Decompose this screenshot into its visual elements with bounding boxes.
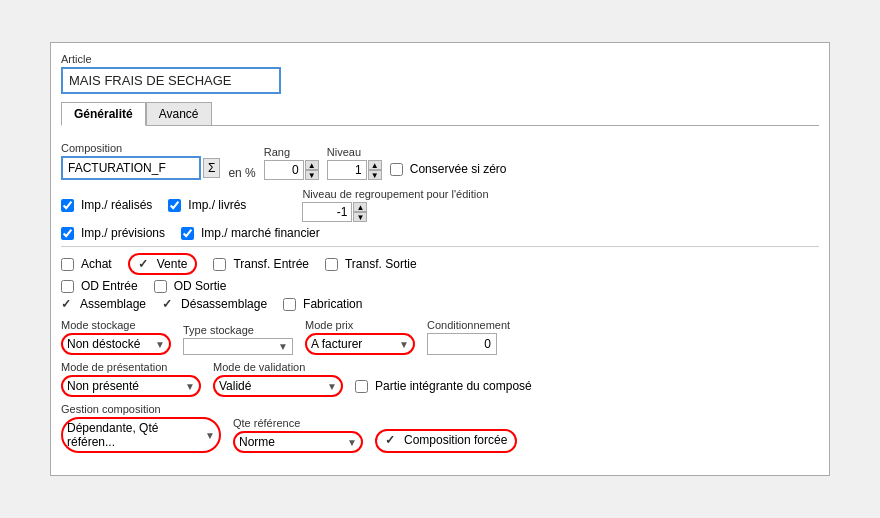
rang-up[interactable]: ▲ xyxy=(305,160,319,170)
composition-label: Composition xyxy=(61,142,220,154)
conservee-group: Conservée si zéro xyxy=(390,162,507,180)
vente-label: Vente xyxy=(157,257,188,271)
composition-forcee-highlight: ✓ Composition forcée xyxy=(375,429,517,453)
conservee-checkbox[interactable] xyxy=(390,163,403,176)
imp-realises-label: Imp./ réalisés xyxy=(81,198,152,212)
mode-validation-label: Mode de validation xyxy=(213,361,343,373)
imp-previsions-label: Imp./ prévisions xyxy=(81,226,165,240)
partie-integrante-group: Partie intégrante du composé xyxy=(355,379,532,397)
content-area: Composition Σ en % Rang ▲ ▼ Niveau xyxy=(61,136,819,465)
imp-realises-group: Imp./ réalisés xyxy=(61,198,152,212)
conservee-label: Conservée si zéro xyxy=(410,162,507,176)
rang-input[interactable] xyxy=(264,160,304,180)
mode-presentation-dropdown[interactable]: Non présenté ▼ xyxy=(61,375,201,397)
gestion-composition-arrow: ▼ xyxy=(205,430,215,441)
partie-integrante-checkbox[interactable] xyxy=(355,380,368,393)
fabrication-checkbox[interactable] xyxy=(283,298,296,311)
transf-sortie-checkbox[interactable] xyxy=(325,258,338,271)
mode-prix-wrap: Mode prix A facturer ▼ xyxy=(305,319,415,355)
mode-validation-wrap: Mode de validation Validé ▼ xyxy=(213,361,343,397)
niveau-down[interactable]: ▼ xyxy=(368,170,382,180)
type-stockage-dropdown[interactable]: ▼ xyxy=(183,338,293,355)
composition-forcee-label: Composition forcée xyxy=(404,433,507,447)
od-entree-group: OD Entrée xyxy=(61,279,138,293)
composition-input[interactable] xyxy=(61,156,201,180)
conditionnement-label: Conditionnement xyxy=(427,319,510,331)
od-sortie-group: OD Sortie xyxy=(154,279,227,293)
conditionnement-input[interactable] xyxy=(427,333,497,355)
niveau-input[interactable] xyxy=(327,160,367,180)
niveau-regroupement-down[interactable]: ▼ xyxy=(353,212,367,222)
assemblage-group: ✓ Assemblage xyxy=(61,297,146,311)
mode-stockage-value: Non déstocké xyxy=(67,337,140,351)
imp-previsions-group: Imp./ prévisions xyxy=(61,226,165,240)
mode-stockage-arrow: ▼ xyxy=(155,339,165,350)
tab-avance[interactable]: Avancé xyxy=(146,102,212,125)
od-sortie-checkbox[interactable] xyxy=(154,280,167,293)
mode-prix-arrow: ▼ xyxy=(399,339,409,350)
mode-prix-dropdown[interactable]: A facturer ▼ xyxy=(305,333,415,355)
niveau-regroupement-label: Niveau de regroupement pour l'édition xyxy=(302,188,488,200)
mode-stockage-wrap: Mode stockage Non déstocké ▼ xyxy=(61,319,171,355)
imp-livres-group: Imp./ livrés xyxy=(168,198,246,212)
fabrication-group: Fabrication xyxy=(283,297,362,311)
rang-down[interactable]: ▼ xyxy=(305,170,319,180)
qte-reference-label: Qte référence xyxy=(233,417,363,429)
achat-group: Achat xyxy=(61,257,112,271)
niveau-regroupement-input[interactable] xyxy=(302,202,352,222)
achat-checkbox[interactable] xyxy=(61,258,74,271)
article-section: Article xyxy=(61,53,819,94)
mode-validation-dropdown[interactable]: Validé ▼ xyxy=(213,375,343,397)
type-stockage-wrap: Type stockage ▼ xyxy=(183,324,293,355)
mode-stockage-dropdown[interactable]: Non déstocké ▼ xyxy=(61,333,171,355)
en-pct-label: en % xyxy=(228,166,255,180)
vente-highlight: ✓ Vente xyxy=(128,253,198,275)
niveau-group: Niveau ▲ ▼ xyxy=(327,146,382,180)
mode-presentation-value: Non présenté xyxy=(67,379,139,393)
qte-reference-dropdown[interactable]: Norme ▼ xyxy=(233,431,363,453)
sigma-button[interactable]: Σ xyxy=(203,158,220,178)
mode-presentation-arrow: ▼ xyxy=(185,381,195,392)
od-entree-label: OD Entrée xyxy=(81,279,138,293)
mode-validation-value: Validé xyxy=(219,379,251,393)
niveau-regroupement-spinners: ▲ ▼ xyxy=(353,202,367,222)
divider1 xyxy=(61,246,819,247)
imp-marche-label: Imp./ marché financier xyxy=(201,226,320,240)
article-label: Article xyxy=(61,53,819,65)
transf-entree-label: Transf. Entrée xyxy=(233,257,309,271)
qte-reference-wrap: Qte référence Norme ▼ xyxy=(233,417,363,453)
niveau-up[interactable]: ▲ xyxy=(368,160,382,170)
imp-marche-checkbox[interactable] xyxy=(181,227,194,240)
imp-livres-label: Imp./ livrés xyxy=(188,198,246,212)
od-entree-checkbox[interactable] xyxy=(61,280,74,293)
mode-prix-value: A facturer xyxy=(311,337,362,351)
desassemblage-label: Désassemblage xyxy=(181,297,267,311)
gestion-composition-dropdown[interactable]: Dépendante, Qté référen... ▼ xyxy=(61,417,221,453)
desassemblage-group: ✓ Désassemblage xyxy=(162,297,267,311)
transf-sortie-label: Transf. Sortie xyxy=(345,257,417,271)
mode-presentation-label: Mode de présentation xyxy=(61,361,201,373)
rang-label: Rang xyxy=(264,146,319,158)
article-input[interactable] xyxy=(61,67,281,94)
imp-realises-checkbox[interactable] xyxy=(61,199,74,212)
type-stockage-label: Type stockage xyxy=(183,324,293,336)
imp-previsions-checkbox[interactable] xyxy=(61,227,74,240)
partie-integrante-label: Partie intégrante du composé xyxy=(375,379,532,393)
assemblage-label: Assemblage xyxy=(80,297,146,311)
niveau-regroupement-up[interactable]: ▲ xyxy=(353,202,367,212)
imp-livres-checkbox[interactable] xyxy=(168,199,181,212)
gestion-composition-value: Dépendante, Qté référen... xyxy=(67,421,201,449)
transf-entree-checkbox[interactable] xyxy=(213,258,226,271)
imp-marche-group: Imp./ marché financier xyxy=(181,226,320,240)
mode-presentation-wrap: Mode de présentation Non présenté ▼ xyxy=(61,361,201,397)
rang-group: Rang ▲ ▼ xyxy=(264,146,319,180)
mode-validation-arrow: ▼ xyxy=(327,381,337,392)
main-panel: Article Généralité Avancé Composition Σ … xyxy=(50,42,830,476)
transf-sortie-group: Transf. Sortie xyxy=(325,257,417,271)
rang-spinners: ▲ ▼ xyxy=(305,160,319,180)
transf-entree-group: Transf. Entrée xyxy=(213,257,309,271)
type-stockage-arrow: ▼ xyxy=(278,341,288,352)
tab-generalite[interactable]: Généralité xyxy=(61,102,146,126)
qte-reference-value: Norme xyxy=(239,435,275,449)
gestion-composition-label: Gestion composition xyxy=(61,403,221,415)
